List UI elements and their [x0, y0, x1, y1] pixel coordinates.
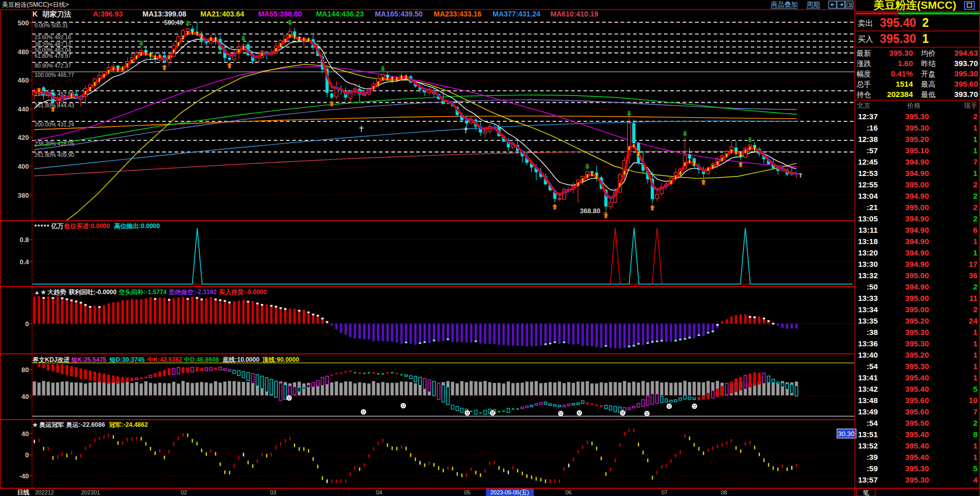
svg-text:MA233:433.16: MA233:433.16: [434, 10, 482, 18]
svg-text:395.60: 395.60: [954, 79, 978, 88]
svg-text:380: 380: [18, 191, 29, 199]
svg-text:11: 11: [969, 294, 977, 302]
svg-text:394.90: 394.90: [905, 169, 929, 178]
svg-text:1: 1: [973, 328, 977, 337]
svg-text:202212: 202212: [35, 489, 54, 495]
svg-text:2: 2: [973, 282, 977, 291]
svg-text:2023-05-05(五): 2023-05-05(五): [491, 489, 529, 495]
svg-text:低位买进:0.0000: 低位买进:0.0000: [64, 222, 110, 230]
svg-text:80: 80: [22, 366, 29, 374]
svg-text:13:42: 13:42: [858, 385, 878, 393]
svg-text:13:35: 13:35: [858, 316, 878, 325]
svg-text:高位抛出:0.0000: 高位抛出:0.0000: [114, 222, 160, 230]
svg-text:奥运冠军: 奥运冠军: [39, 421, 64, 428]
svg-text:★: ★: [41, 289, 46, 295]
svg-text:MA144:436.23: MA144:436.23: [316, 10, 364, 18]
svg-text:MA55:398.80: MA55:398.80: [258, 10, 302, 18]
svg-text:▲: ▲: [34, 289, 40, 295]
svg-text:幅度: 幅度: [857, 70, 871, 78]
svg-text:395.40: 395.40: [905, 441, 929, 450]
svg-text:395.00: 395.00: [905, 180, 929, 189]
svg-text:5: 5: [973, 464, 977, 473]
svg-text:395.00: 395.00: [905, 271, 929, 280]
svg-text:底线:10.0000: 底线:10.0000: [222, 356, 260, 363]
svg-text:10: 10: [969, 396, 977, 405]
svg-text:394.90: 394.90: [905, 191, 929, 200]
svg-text:最高: 最高: [921, 80, 936, 88]
svg-text:中D:46.8608: 中D:46.8608: [184, 356, 219, 363]
svg-text:480: 480: [18, 48, 29, 56]
svg-text:买入: 买入: [858, 35, 873, 43]
svg-text:1: 1: [973, 362, 977, 371]
svg-text:-40: -40: [19, 472, 29, 480]
svg-text:12:45: 12:45: [858, 157, 878, 166]
svg-text:1: 1: [973, 453, 977, 461]
svg-text:05: 05: [464, 489, 470, 495]
svg-text:1.60: 1.60: [898, 59, 913, 68]
svg-text:394.90: 394.90: [905, 260, 929, 268]
svg-text:07: 07: [661, 489, 668, 495]
svg-text:坚绝做空:-2.3192: 坚绝做空:-2.3192: [168, 289, 217, 296]
svg-text:13:41: 13:41: [858, 373, 878, 382]
svg-text:空头回补:-1.5774: 空头回补:-1.5774: [119, 289, 167, 296]
svg-text:日线: 日线: [17, 489, 29, 496]
svg-text:395.60: 395.60: [905, 407, 929, 416]
svg-text:商品叠加: 商品叠加: [771, 1, 798, 8]
svg-text:202384: 202384: [887, 90, 913, 99]
svg-text::16: :16: [866, 123, 878, 132]
svg-text:2: 2: [973, 180, 977, 189]
svg-text:500.40: 500.40: [164, 19, 183, 26]
svg-text:笔: 笔: [863, 489, 869, 496]
svg-text:368.80: 368.80: [580, 207, 600, 215]
svg-text:1514: 1514: [896, 79, 913, 88]
svg-text:261.80% 409.90: 261.80% 409.90: [35, 152, 74, 158]
svg-text:0: 0: [25, 320, 29, 328]
svg-text:395.40: 395.40: [905, 453, 929, 461]
svg-text:395.30: 395.30: [889, 49, 913, 57]
svg-text:1: 1: [973, 146, 977, 155]
svg-text:均价: 均价: [921, 49, 936, 57]
svg-text:总手: 总手: [857, 80, 871, 88]
svg-text:2: 2: [973, 419, 977, 427]
svg-text:395.10: 395.10: [905, 146, 929, 155]
svg-text:393.70: 393.70: [954, 90, 978, 99]
svg-text:395.30: 395.30: [905, 328, 929, 337]
svg-text:395.30: 395.30: [905, 339, 929, 348]
svg-text:最新: 最新: [856, 49, 871, 57]
svg-text::57: :57: [866, 146, 878, 155]
svg-text:395.30: 395.30: [905, 475, 929, 484]
svg-text:440: 440: [18, 105, 29, 113]
svg-text:13:11: 13:11: [858, 226, 878, 234]
svg-text:冠军:-24.4862: 冠军:-24.4862: [109, 421, 148, 428]
svg-text:卖出: 卖出: [858, 19, 873, 27]
svg-text:100.00% 465.77: 100.00% 465.77: [35, 72, 74, 78]
svg-text:大趋势: 大趋势: [48, 289, 67, 296]
svg-text:61.80% 478.97: 61.80% 478.97: [35, 53, 71, 59]
svg-text:400: 400: [18, 163, 29, 170]
svg-text:1: 1: [973, 373, 977, 382]
svg-text:最低: 最低: [921, 90, 936, 99]
svg-text:395.00: 395.00: [905, 305, 929, 314]
svg-text:395.00: 395.00: [905, 203, 929, 212]
svg-text:13:20: 13:20: [858, 248, 878, 257]
svg-text:1: 1: [973, 350, 977, 359]
svg-text:13:32: 13:32: [858, 271, 878, 280]
svg-text:17: 17: [969, 260, 977, 268]
svg-text:395.30: 395.30: [880, 32, 916, 45]
svg-text:460: 460: [18, 76, 29, 84]
svg-text:13:18: 13:18: [858, 237, 878, 246]
svg-text:0.00% 500.31: 0.00% 500.31: [35, 22, 68, 28]
svg-text:395.30: 395.30: [905, 112, 929, 121]
svg-text:涨跌: 涨跌: [857, 59, 871, 68]
svg-text:13:52: 13:52: [858, 441, 878, 450]
svg-text:短D:30.3745: 短D:30.3745: [109, 356, 145, 363]
svg-text::39: :39: [866, 453, 878, 461]
svg-text:中K:42.5362: 中K:42.5362: [147, 356, 182, 363]
svg-text:MA377:431.24: MA377:431.24: [493, 10, 541, 18]
svg-text:23.60% 492.16: 23.60% 492.16: [35, 34, 71, 40]
svg-text:393.70: 393.70: [954, 59, 978, 68]
svg-text:13:30: 13:30: [858, 260, 878, 268]
svg-text:1: 1: [973, 339, 977, 348]
svg-text::21: :21: [866, 203, 878, 212]
svg-text:395.00: 395.00: [905, 294, 929, 302]
